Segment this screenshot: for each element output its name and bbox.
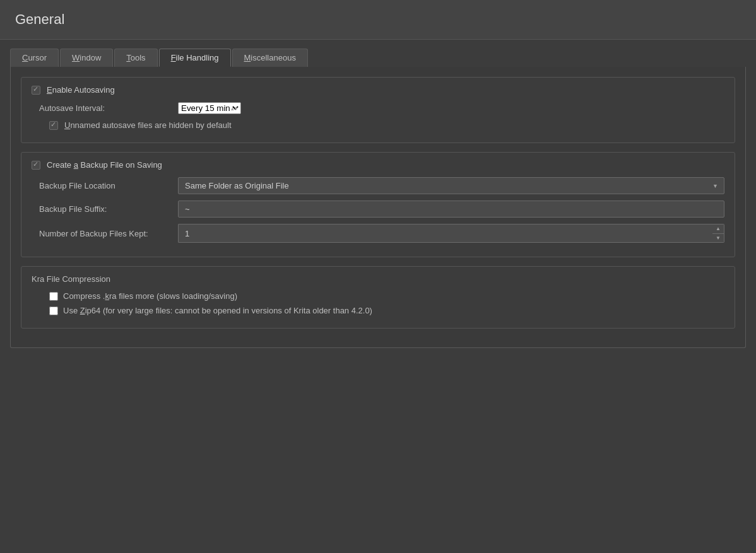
backup-count-down[interactable]: ▼	[712, 233, 724, 242]
tabs-bar: Cursor Window Tools File Handling Miscel…	[0, 40, 756, 67]
autosave-header-label: Enable Autosaving	[47, 85, 115, 95]
tab-tools[interactable]: Tools	[114, 49, 157, 67]
kra-section-title: Kra File Compression	[32, 274, 724, 284]
backup-location-select[interactable]: Same Folder as Original File Custom Fold…	[178, 177, 724, 194]
autosave-section: Enable Autosaving Autosave Interval: Eve…	[21, 77, 735, 143]
kra-compress-checkbox[interactable]	[49, 292, 58, 301]
kra-zip64-row: Use Zip64 (for very large files: cannot …	[32, 306, 724, 315]
backup-header: Create a Backup File on Saving	[32, 160, 724, 170]
autosave-interval-label: Autosave Interval:	[39, 103, 178, 113]
autosave-hidden-row: Unnamed autosave files are hidden by def…	[32, 120, 724, 130]
page-title: General	[0, 0, 756, 40]
kra-compress-label: Compress .kra files more (slows loading/…	[63, 291, 237, 301]
backup-count-buttons: ▲ ▼	[712, 224, 724, 243]
autosave-hidden-label: Unnamed autosave files are hidden by def…	[64, 120, 232, 130]
autosave-header: Enable Autosaving	[32, 85, 724, 95]
autosave-hidden-checkbox[interactable]	[49, 121, 58, 130]
backup-location-label: Backup File Location	[39, 181, 178, 190]
tab-file-handling[interactable]: File Handling	[159, 49, 231, 67]
kra-zip64-label: Use Zip64 (for very large files: cannot …	[63, 306, 372, 315]
backup-header-label: Create a Backup File on Saving	[47, 160, 162, 170]
backup-count-input[interactable]	[178, 224, 712, 243]
tab-miscellaneous[interactable]: Miscellaneous	[232, 49, 308, 67]
backup-checkbox[interactable]	[32, 161, 40, 170]
backup-count-row: Number of Backup Files Kept: ▲ ▼	[32, 224, 724, 243]
backup-suffix-row: Backup File Suffix: ~	[32, 201, 724, 218]
backup-section: Create a Backup File on Saving Backup Fi…	[21, 152, 735, 257]
autosave-interval-select[interactable]: Every 1 min Every 5 min Every 10 min Eve…	[178, 102, 241, 114]
backup-count-spinbox: ▲ ▼	[178, 224, 724, 243]
backup-count-up[interactable]: ▲	[712, 224, 724, 233]
backup-location-select-wrapper: Same Folder as Original File Custom Fold…	[178, 177, 724, 194]
kra-zip64-checkbox[interactable]	[49, 306, 58, 315]
backup-suffix-input[interactable]: ~	[178, 201, 724, 218]
content-area: Enable Autosaving Autosave Interval: Eve…	[10, 67, 746, 348]
backup-suffix-label: Backup File Suffix:	[39, 204, 178, 214]
backup-location-row: Backup File Location Same Folder as Orig…	[32, 177, 724, 194]
kra-section: Kra File Compression Compress .kra files…	[21, 266, 735, 329]
tab-window[interactable]: Window	[60, 49, 113, 67]
kra-compress-row: Compress .kra files more (slows loading/…	[32, 291, 724, 301]
autosave-interval-wrapper: Every 1 min Every 5 min Every 10 min Eve…	[178, 102, 241, 114]
autosave-interval-row: Autosave Interval: Every 1 min Every 5 m…	[32, 102, 724, 114]
tab-cursor[interactable]: Cursor	[10, 49, 59, 67]
autosave-checkbox[interactable]	[32, 86, 40, 95]
backup-count-label: Number of Backup Files Kept:	[39, 229, 178, 238]
